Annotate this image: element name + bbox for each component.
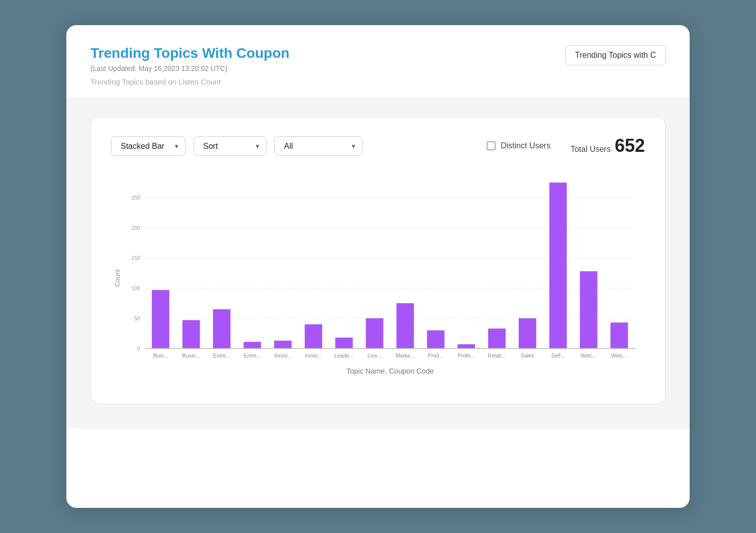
bar-0 [152,290,169,348]
chart-type-select[interactable]: Stacked Bar Bar Line [111,136,185,156]
bar-label-14: Welc... [581,352,597,359]
bar-9 [427,330,445,348]
bar-chart-svg: Count 0 50 100 150 [111,172,645,384]
y-tick-50: 50 [134,315,140,321]
bar-label-10: Profe... [458,352,475,359]
chart-type-select-wrapper: Stacked Bar Bar Line ▾ [111,136,185,156]
bar-label-9: Prod... [428,352,443,359]
bar-15 [610,322,628,348]
header-right-label: Trending Topics with C [565,45,666,65]
bar-4 [274,340,292,348]
y-axis-label: Count [114,269,122,287]
distinct-users-area: Distinct Users [487,141,550,150]
bar-12 [519,318,536,348]
total-users-label: Total Users [571,145,611,154]
controls-row: Stacked Bar Bar Line ▾ Sort Ascending De… [111,135,645,156]
main-content: Stacked Bar Bar Line ▾ Sort Ascending De… [66,99,690,428]
bar-6 [335,337,353,348]
bar-label-6: Leade... [334,352,353,359]
bar-13 [549,183,567,348]
x-axis-label: Topic Name, Coupon Code [346,367,434,375]
filter-select[interactable]: All With Coupon Without Coupon [274,136,362,156]
sort-select-wrapper: Sort Ascending Descending ▾ [194,136,266,156]
header-section: Trending Topics With Coupon (Last Update… [66,25,690,99]
subtitle: Trending Topics based on Listen Count [90,77,290,86]
bar-8 [397,303,414,348]
filter-select-wrapper: All With Coupon Without Coupon ▾ [274,136,362,156]
bar-14 [580,271,598,348]
bar-2 [213,309,231,348]
bar-label-12: Sales [521,352,534,359]
bar-label-4: Innov... [274,352,292,359]
bar-7 [366,318,384,348]
bar-label-3: Entre... [244,352,261,359]
y-tick-100: 100 [131,285,140,291]
bar-label-1: Busin... [182,352,200,359]
distinct-users-label: Distinct Users [501,141,550,150]
chart-card: Stacked Bar Bar Line ▾ Sort Ascending De… [90,117,666,404]
header-left: Trending Topics With Coupon (Last Update… [90,45,290,86]
bar-label-11: Relati... [488,352,506,359]
chart-area: Count 0 50 100 150 [111,172,645,386]
page-title: Trending Topics With Coupon [90,45,290,61]
total-users-count: 652 [615,135,645,156]
bar-label-13: Self... [551,352,565,359]
y-tick-250: 250 [131,195,140,201]
bar-5 [305,324,322,348]
bar-label-5: Innov... [305,352,322,359]
bar-label-0: Busi... [153,352,168,359]
bar-label-7: Live... [367,352,382,359]
y-tick-200: 200 [131,225,140,231]
bar-11 [488,328,506,348]
bar-3 [244,342,261,348]
last-updated: (Last Updated: May 16,2023 13:20:02 UTC) [90,64,290,72]
bar-1 [182,320,200,348]
bar-label-8: Marke... [396,352,415,359]
bar-label-15: Welc... [611,352,627,359]
bar-10 [457,344,475,348]
y-tick-0: 0 [137,345,140,351]
bar-label-2: Entre... [213,352,230,359]
sort-select[interactable]: Sort Ascending Descending [194,136,266,156]
y-tick-150: 150 [131,255,140,261]
total-users-area: Total Users 652 [571,135,645,156]
distinct-users-checkbox[interactable] [487,141,496,150]
main-card: Trending Topics With Coupon (Last Update… [66,25,690,508]
